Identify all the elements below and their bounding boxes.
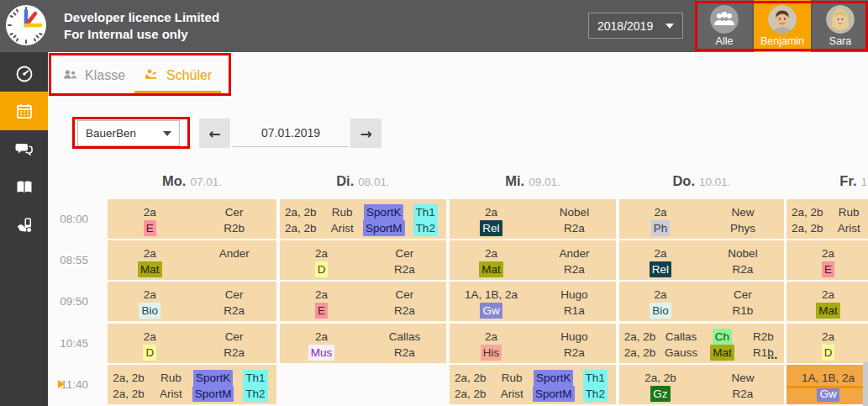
tab-schueler[interactable]: Schüler [143, 67, 212, 83]
lesson-cell[interactable]: 2aDCerR2a [280, 240, 446, 280]
lesson-subcell: SportM [363, 220, 405, 236]
user-tile-sara[interactable]: Sara [813, 0, 868, 52]
prev-date-button[interactable]: ← [199, 119, 230, 148]
lesson-cell[interactable]: 2aDCerR2a [108, 324, 276, 363]
lesson-cell[interactable]: 2aBioCerR2a [108, 282, 276, 321]
class-name: 2a [786, 245, 868, 261]
sidebar-item-classbook[interactable] [0, 168, 48, 207]
more-lessons-indicator[interactable]: ••• [768, 354, 778, 362]
lesson-cell[interactable]: 2aE [786, 240, 868, 280]
lesson-columns: 1A, 1B, 2aGwHugoR1a [450, 287, 616, 319]
subject-line: Bio [619, 303, 702, 319]
lesson-cell[interactable]: 2aECerR2a [280, 282, 446, 321]
student-select[interactable]: BauerBen [77, 120, 180, 146]
lesson-cell[interactable]: 2aMatAnderR2a [450, 240, 616, 280]
tab-klasse[interactable]: Klasse [62, 67, 125, 83]
day-date: 07.01. [190, 176, 222, 188]
lesson-cell-content: 2aDCerR2a [108, 324, 276, 361]
lesson-cell-content: 2aPhNewPhys [619, 199, 784, 236]
subject-line: Rel [450, 220, 533, 236]
day-name: Do. [672, 173, 695, 189]
lesson-cell[interactable]: 2aBioCerR1b [619, 282, 784, 321]
lesson-subcell: 2a, 2b [619, 329, 660, 345]
book-icon [14, 177, 34, 198]
lesson-cell[interactable]: 2a, 2bGzNewR2a [619, 365, 784, 404]
cell-text: Callas [665, 330, 697, 343]
lesson-columns: 2aMatAnder [108, 245, 276, 277]
subject-badge: Mat [816, 303, 840, 319]
arrow-right-icon: → [360, 125, 371, 142]
subject-badge: Rel [650, 261, 671, 277]
lesson-cell[interactable]: 2a, 2bRub2a, 2bArist [786, 199, 868, 239]
vertical-scrollbar-thumb[interactable] [863, 361, 868, 406]
lesson-cell-content: 1A, 1B, 2aGwHugoR1a [450, 282, 616, 319]
day-date: 09.01. [529, 176, 560, 188]
licence-title-line1: Developer licence Limited [64, 9, 219, 26]
sidebar-item-timetable[interactable] [0, 92, 48, 130]
next-date-button[interactable]: → [350, 119, 381, 148]
lesson-cell[interactable]: 2aMat [786, 282, 868, 321]
lesson-cell[interactable]: 2aRelNobelR2a [450, 199, 616, 239]
day-date: 08.01. [358, 176, 390, 188]
day-header: Mi.09.01. [450, 173, 616, 193]
lesson-subcell: Th2 [234, 386, 276, 402]
lesson-cell[interactable]: 2aHisHugoR2a [450, 324, 616, 363]
lesson-cell[interactable]: 1A, 1B, 2aGw [786, 365, 868, 404]
lesson-subcell: Mat [702, 345, 743, 361]
day-name: Di. [336, 173, 354, 189]
subject-badge: SportM [363, 220, 405, 236]
lesson-cell[interactable]: 2aPhNewPhys [619, 199, 784, 239]
lesson-cell[interactable]: 2aMatAnder [108, 240, 276, 280]
tab-label: Schüler [166, 68, 212, 83]
user-tile-benjamin[interactable]: Benjamin [754, 0, 811, 52]
sidebar-item-dashboard[interactable] [0, 55, 48, 93]
lesson-cell[interactable]: 2a, 2bRubSportKTh12a, 2bAristSportMTh2 [280, 199, 446, 239]
lesson-subcell: 2a, 2b [450, 370, 492, 386]
lesson-cell-content: 2aRelNobelR2a [450, 199, 616, 236]
sidebar-item-contacts[interactable] [0, 206, 48, 245]
lesson-subcell: Callas [660, 329, 702, 345]
lesson-room-column: CerR2a [192, 329, 277, 361]
lesson-cell[interactable]: 2aMusCallasR2a [280, 324, 446, 363]
student-select-value: BauerBen [86, 127, 136, 140]
lesson-room-column: CerR2a [363, 287, 446, 319]
lesson-columns: 2aE [786, 245, 868, 277]
subject-line: Rel [619, 261, 702, 277]
user-tile-alle[interactable]: Alle [697, 0, 752, 52]
subject-badge: Th2 [413, 220, 438, 236]
contacts-icon [14, 215, 34, 235]
class-name: 2a [450, 245, 533, 261]
cell-text: Gauss [665, 346, 697, 359]
cell-text: 2a, 2b [113, 388, 145, 400]
lesson-cell[interactable]: 2aD [786, 324, 868, 363]
day-header: Do.10.01. [619, 173, 784, 193]
lesson-room-column: Ander [192, 245, 277, 277]
room-name [192, 261, 277, 277]
date-field[interactable]: 07.01.2019 [233, 119, 349, 147]
subject-badge: SportM [533, 386, 575, 402]
subject-badge: D [143, 345, 156, 361]
class-group-icon [62, 67, 78, 83]
lesson-cell[interactable]: 2aRelNobelR2a [619, 240, 784, 280]
boy-photo-icon [768, 5, 797, 34]
student-icon [143, 67, 160, 83]
lesson-subcell: Rub [829, 204, 868, 220]
class-name: 2a [786, 329, 868, 345]
day-name: Mi. [505, 173, 524, 189]
sidebar-item-messages[interactable] [0, 129, 48, 168]
lesson-cell[interactable]: •••2a, 2bCallasChR2b2a, 2bGaussMatR1b [619, 324, 784, 363]
school-year-select[interactable]: 2018/2019 [588, 13, 683, 39]
group-icon [710, 5, 739, 34]
lesson-cell[interactable]: 2a, 2bRubSportKTh12a, 2bAristSportMTh2 [450, 365, 616, 404]
lesson-room-column: NewR2a [702, 370, 784, 402]
lesson-cell-content: 2aMatAnder [108, 240, 276, 277]
class-name: 2a [280, 329, 363, 345]
lesson-cell[interactable]: 1A, 1B, 2aGwHugoR1a [450, 282, 616, 321]
lesson-class-column: 2aBio [619, 287, 702, 319]
class-name: 2a [280, 245, 363, 261]
lesson-cell[interactable]: 2aECerR2b [108, 199, 276, 239]
lesson-subrow: 2a, 2bCallasChR2b [619, 329, 784, 345]
lesson-columns: 2aRelNobelR2a [450, 204, 616, 236]
lesson-cell[interactable]: 2a, 2bRubSportKTh12a, 2bAristSportMTh2 [108, 365, 276, 404]
room-name: R2a [363, 261, 446, 277]
